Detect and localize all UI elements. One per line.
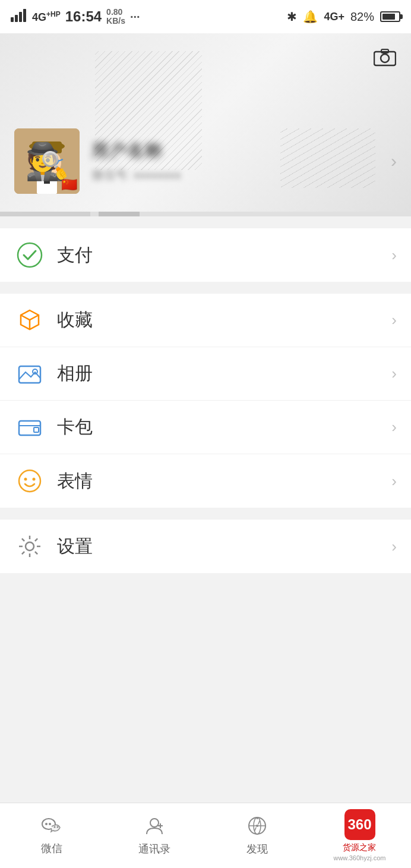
profile-wechat-id: 微信号: xxxxxxxx [91,167,391,183]
network-type: 4G+HP [32,10,61,24]
notification-icon: 🔔 [303,10,318,24]
svg-point-30 [26,542,34,551]
camera-button[interactable] [372,44,398,70]
wallet-label: 卡包 [57,415,391,439]
favorites-chevron: › [391,311,397,329]
profile-chevron: › [391,151,397,171]
contacts-tab-label: 通讯录 [138,842,170,856]
tab-discover[interactable]: 发现 [206,803,308,868]
status-more: ··· [130,10,140,24]
country-flag: 🇨🇳 [61,178,77,191]
menu-item-settings[interactable]: 设置 › [0,520,411,573]
album-chevron: › [391,364,397,383]
pay-icon-wrap [14,240,45,271]
battery-icon [380,11,400,22]
network-4g: 4G+ [324,11,344,23]
svg-point-41 [49,823,51,825]
svg-rect-3 [23,9,26,22]
emoji-label: 表情 [57,469,391,493]
discover-tab-label: 发现 [246,842,268,856]
svg-line-37 [35,539,37,541]
settings-label: 设置 [57,534,391,559]
settings-chevron: › [391,537,397,556]
tab-360[interactable]: 360 货源之家www.360hyzj.com [308,803,411,868]
menu-item-favorites[interactable]: 收藏 › [0,294,411,347]
status-time: 16:54 [65,8,102,25]
tab-bar: 微信 通讯录 发现 [0,803,411,868]
tab-wechat[interactable]: 微信 [0,803,103,868]
svg-point-42 [53,826,55,828]
svg-rect-1 [15,15,18,22]
svg-point-51 [256,825,258,827]
status-left: 4G+HP 16:54 0.80KB/s ··· [11,8,140,26]
pay-chevron: › [391,246,397,265]
menu-item-pay[interactable]: 支付 › [0,228,411,282]
profile-header: 🇨🇳 用户名称 微信号: xxxxxxxx › [0,33,411,212]
profile-info[interactable]: 🇨🇳 用户名称 微信号: xxxxxxxx › [0,128,411,194]
svg-point-20 [18,243,42,267]
favorites-label: 收藏 [57,308,391,332]
svg-point-29 [33,478,36,481]
wallet-icon-wrap [14,412,45,443]
svg-line-35 [22,539,24,541]
svg-rect-26 [34,427,39,432]
wallet-chevron: › [391,418,397,436]
svg-rect-18 [37,175,57,194]
svg-line-36 [35,552,37,554]
svg-line-15 [31,159,36,161]
svg-line-38 [22,552,24,554]
discover-tab-icon [246,815,268,839]
360-tab-label: 货源之家www.360hyzj.com [333,842,385,863]
svg-point-40 [45,823,48,825]
status-right: ✱ 🔔 4G+ 82% [287,10,400,24]
album-icon-wrap [14,358,45,389]
svg-point-28 [24,478,27,481]
svg-line-17 [58,159,63,161]
album-label: 相册 [57,361,391,386]
menu-group-pay: 支付 › [0,228,411,282]
settings-icon-wrap [14,531,45,562]
wechat-tab-label: 微信 [41,841,62,856]
svg-rect-19 [44,175,50,184]
pay-label: 支付 [57,243,391,268]
svg-line-52 [258,821,260,824]
svg-point-8 [29,141,65,151]
svg-point-43 [56,826,58,828]
menu-group-settings: 设置 › [0,520,411,573]
signal-icon [11,9,27,25]
profile-text-area: 用户名称 微信号: xxxxxxxx [91,140,391,183]
contacts-tab-icon [144,815,165,839]
divider-bars [0,212,411,216]
bluetooth-icon: ✱ [287,10,297,24]
svg-point-44 [150,819,159,827]
svg-point-27 [19,470,40,492]
svg-rect-0 [11,17,14,22]
avatar[interactable]: 🇨🇳 [14,128,80,194]
menu-item-emoji[interactable]: 表情 › [0,454,411,508]
menu-item-wallet[interactable]: 卡包 › [0,401,411,454]
wechat-tab-icon [41,816,62,839]
emoji-chevron: › [391,472,397,490]
svg-line-53 [255,828,256,831]
svg-rect-9 [32,141,62,153]
grey-fill-area [0,573,411,775]
tab-contacts[interactable]: 通讯录 [103,803,206,868]
profile-name: 用户名称 [91,140,391,162]
favorites-icon-wrap [14,305,45,336]
menu-group-tools: 收藏 › 相册 › [0,294,411,508]
360-tab-icon: 360 [344,809,375,840]
svg-rect-2 [19,12,22,22]
svg-point-10 [33,150,61,176]
svg-point-13 [39,159,43,163]
emoji-icon-wrap [14,466,45,496]
status-bar: 4G+HP 16:54 0.80KB/s ··· ✱ 🔔 4G+ 82% [0,0,411,33]
svg-point-14 [50,159,55,163]
battery-percentage: 82% [350,10,374,24]
svg-point-11 [36,157,46,165]
menu-item-album[interactable]: 相册 › [0,347,411,401]
status-speed: 0.80KB/s [106,8,125,26]
svg-point-5 [381,54,389,62]
svg-point-12 [48,157,58,165]
